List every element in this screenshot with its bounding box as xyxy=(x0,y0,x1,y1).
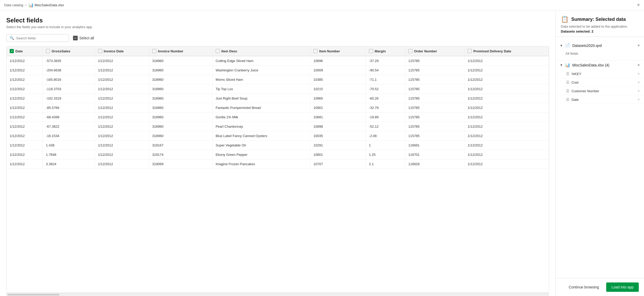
cell-date: 1/12/2012 xyxy=(7,141,43,150)
cell-gross_sales: -16.1534 xyxy=(43,131,95,141)
select-all-button[interactable]: Select all xyxy=(73,36,94,40)
col-promised-delivery-date-checkbox[interactable] xyxy=(467,49,472,53)
cell-item_number: 10291 xyxy=(310,141,366,150)
cell-invoice_date: 1/12/2012 xyxy=(95,75,149,84)
cell-gross_sales: -204.6638 xyxy=(43,66,95,75)
cell-gross_sales: -85.5766 xyxy=(43,103,95,113)
cell-item_number: 10681 xyxy=(310,113,366,122)
table-body: 1/12/2012-573.38351/12/2012318960Cutting… xyxy=(7,56,549,169)
col-margin-checkbox[interactable] xyxy=(369,49,373,53)
dataset2-file-icon: 📊 xyxy=(565,63,570,67)
breadcrumb-current: 📊 MiscSalesData.xlsx xyxy=(28,3,64,8)
cell-item_desc: Gorilla 1% Milk xyxy=(212,113,310,122)
cell-date: 1/12/2012 xyxy=(7,84,43,94)
field-customer-number-remove-button[interactable]: × xyxy=(638,89,640,93)
cell-order_number: 115785 xyxy=(405,84,464,94)
cell-promised_delivery_date: 1/12/2012 xyxy=(464,113,549,122)
summary-header: 📋 Summary: Selected data Data selected t… xyxy=(556,10,644,37)
select-all-label: Select all xyxy=(79,36,94,40)
horizontal-scrollbar[interactable] xyxy=(6,293,549,296)
top-bar: Data catalog > 📊 MiscSalesData.xlsx × xyxy=(0,0,644,10)
cell-order_number: 116691 xyxy=(405,141,464,150)
cell-gross_sales: -68.4399 xyxy=(43,113,95,122)
cell-promised_delivery_date: 1/12/2012 xyxy=(464,103,549,113)
select-all-icon xyxy=(73,36,78,40)
main-layout: Select fields Select the fields you want… xyxy=(0,10,644,296)
dataset2-header[interactable]: ▼ 📊 MiscSalesData.xlsx (4) × xyxy=(556,60,644,70)
left-panel: Select fields Select the fields you want… xyxy=(0,10,555,296)
cell-item_desc: Cutting Edge Sliced Ham xyxy=(212,56,310,66)
cell-margin: -90.54 xyxy=(366,66,405,75)
spreadsheet-icon: 📊 xyxy=(28,3,34,8)
col-item-number-checkbox[interactable] xyxy=(313,49,318,53)
cell-margin: -2.08 xyxy=(366,131,405,141)
field-cost-remove-button[interactable]: × xyxy=(638,80,640,84)
cell-promised_delivery_date: 1/12/2012 xyxy=(464,131,549,141)
breadcrumb-home[interactable]: Data catalog xyxy=(4,3,23,7)
scrollbar-thumb[interactable] xyxy=(7,294,59,295)
cell-invoice_date: 1/12/2012 xyxy=(95,159,149,169)
cell-invoice_number: 318960 xyxy=(149,66,212,75)
field-cost-name: Cost xyxy=(572,81,579,84)
table-row: 1/12/2012-118.37031/12/2012318960Tip Top… xyxy=(7,84,549,94)
cell-order_number: 116701 xyxy=(405,150,464,159)
summary-icon: 📋 xyxy=(561,16,569,23)
cell-gross_sales: -165.8016 xyxy=(43,75,95,84)
all-fields-label: All fields xyxy=(556,50,644,58)
cell-gross_sales: -573.3835 xyxy=(43,56,95,66)
dataset2-section: ▼ 📊 MiscSalesData.xlsx (4) × ☰ %KEY × xyxy=(556,60,644,104)
continue-browsing-button[interactable]: Continue browsing xyxy=(564,283,603,291)
table-row: 1/12/2012-85.57661/12/2012318960Fantasti… xyxy=(7,103,549,113)
cell-margin: -60.26 xyxy=(366,94,405,103)
table-row: 1/12/2012-16.15341/12/2012318960Blue Lab… xyxy=(7,131,549,141)
col-margin-label: Margin xyxy=(375,49,386,53)
table-row: 1/12/2012-67.38221/12/2012318960Pearl Ch… xyxy=(7,122,549,131)
summary-datasets-count: Datasets selected: 2 xyxy=(561,29,639,33)
col-invoice-number-checkbox[interactable] xyxy=(152,49,156,53)
cell-margin: -32.79 xyxy=(366,103,405,113)
cell-order_number: 115785 xyxy=(405,113,464,122)
dataset1-remove-button[interactable]: × xyxy=(637,43,640,48)
col-gross-sales-label: GrossSales xyxy=(52,49,70,53)
col-gross-sales-checkbox[interactable] xyxy=(46,49,50,53)
close-button[interactable]: × xyxy=(637,2,640,8)
cell-margin: -37.29 xyxy=(366,56,405,66)
cell-item_number: 10801 xyxy=(310,150,366,159)
field-key-remove-button[interactable]: × xyxy=(638,72,640,76)
cell-item_number: 10035 xyxy=(310,131,366,141)
cell-margin: -71.1 xyxy=(366,75,405,84)
dataset1-header-left: ▼ 📄 Datasets2020.qvd xyxy=(560,43,602,48)
cell-invoice_number: 318960 xyxy=(149,122,212,131)
cell-order_number: 115785 xyxy=(405,75,464,84)
cell-invoice_date: 1/12/2012 xyxy=(95,131,149,141)
cell-promised_delivery_date: 1/12/2012 xyxy=(464,122,549,131)
field-item-key-left: ☰ %KEY xyxy=(566,72,581,76)
search-icon: 🔍 xyxy=(10,36,14,40)
col-item-number: Item Number xyxy=(310,46,366,56)
cell-item_number: 10385 xyxy=(310,75,366,84)
field-item-cost-left: ☰ Cost xyxy=(566,80,579,84)
load-into-app-button[interactable]: Load into app xyxy=(606,282,639,292)
dataset1-header[interactable]: ▼ 📄 Datasets2020.qvd × xyxy=(556,41,644,50)
col-item-desc-checkbox[interactable] xyxy=(216,49,220,53)
cell-invoice_number: 319174 xyxy=(149,150,212,159)
col-date-checkbox[interactable] xyxy=(10,49,14,53)
search-input[interactable] xyxy=(16,36,65,40)
field-item-cost: ☰ Cost × xyxy=(556,78,644,87)
field-key-name: %KEY xyxy=(572,72,581,76)
field-date-remove-button[interactable]: × xyxy=(638,97,640,102)
cell-margin: -52.12 xyxy=(366,122,405,131)
cell-date: 1/12/2012 xyxy=(7,75,43,84)
cell-invoice_number: 319167 xyxy=(149,141,212,150)
dataset2-remove-button[interactable]: × xyxy=(637,63,640,67)
cell-date: 1/12/2012 xyxy=(7,122,43,131)
col-order-number-checkbox[interactable] xyxy=(408,49,412,53)
page-subtitle: Select the fields you want to include in… xyxy=(6,25,549,29)
col-invoice-date-checkbox[interactable] xyxy=(98,49,102,53)
cell-invoice_number: 318960 xyxy=(149,113,212,122)
table-row: 1/12/2012-204.66381/12/2012318960Washing… xyxy=(7,66,549,75)
cell-item_number: 10707 xyxy=(310,159,366,169)
toolbar: 🔍 Select all xyxy=(6,34,549,42)
field-date-icon: ☰ xyxy=(566,97,569,102)
cell-invoice_date: 1/12/2012 xyxy=(95,122,149,131)
